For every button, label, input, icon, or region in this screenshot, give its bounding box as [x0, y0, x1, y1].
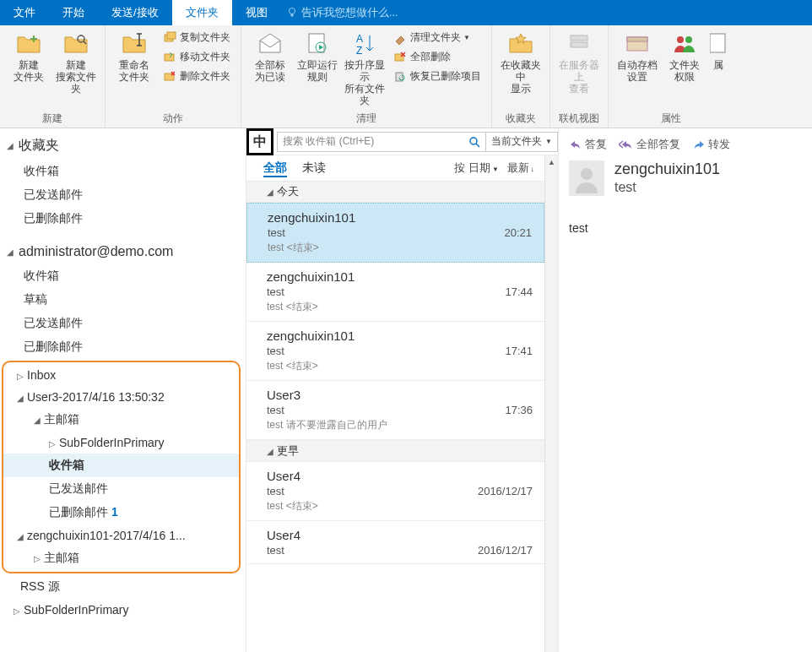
- account-header[interactable]: ◢administrator@demo.com: [0, 239, 246, 264]
- primary-label-2: 主邮箱: [44, 551, 79, 564]
- nav-rss[interactable]: RSS 源: [0, 575, 246, 599]
- message-from: zengchuixin101: [267, 329, 533, 343]
- message-from: User4: [267, 528, 533, 542]
- menu-home[interactable]: 开始: [49, 0, 98, 25]
- fav-deleted[interactable]: 已删除邮件: [0, 207, 246, 231]
- nav-inbox[interactable]: 收件箱: [0, 264, 246, 288]
- message-item[interactable]: User4 test2016/12/17 test <结束>: [246, 462, 544, 521]
- search-input[interactable]: 搜索 收件箱 (Ctrl+E): [277, 132, 486, 152]
- message-item[interactable]: zengchuixin101 test17:41 test <结束>: [246, 322, 544, 381]
- group-earlier[interactable]: ◢更早: [246, 440, 544, 462]
- scope-label: 当前文件夹: [491, 134, 542, 149]
- collapse-icon: ◢: [17, 532, 25, 541]
- nav-deleted[interactable]: 已删除邮件: [0, 335, 246, 359]
- delete-folder-button[interactable]: 删除文件夹: [160, 68, 234, 85]
- group-today[interactable]: ◢今天: [246, 181, 544, 203]
- nav-zeng[interactable]: ◢zengchuixin101-2017/4/16 1...: [3, 524, 239, 546]
- message-preview: test 请不要泄露自己的用户: [267, 418, 533, 432]
- properties-icon: [710, 30, 727, 57]
- reading-from: zengchuixin101: [614, 160, 720, 178]
- mark-read-button[interactable]: 全部标 为已读: [248, 29, 292, 84]
- nav-subfolder-primary[interactable]: ▷SubFolderInPrimary: [3, 432, 239, 454]
- message-preview: test <结束>: [267, 300, 533, 314]
- delete-all-icon: [393, 51, 407, 64]
- sort-by[interactable]: 按 日期: [454, 161, 490, 174]
- forward-button[interactable]: 转发: [692, 137, 730, 152]
- account-label: administrator@demo.com: [19, 244, 173, 259]
- nav-inbox-selected[interactable]: 收件箱: [3, 454, 239, 477]
- ribbon-group-clean: 全部标 为已读 立即运行 规则 AZ 按升序显示 所有文件夹 清理文件夹▼ 全部…: [241, 25, 492, 128]
- group-prop-label: 属性: [615, 110, 727, 126]
- message-item[interactable]: zengchuixin101 test20:21 test <结束>: [246, 203, 544, 263]
- recover-deleted-button[interactable]: 恢复已删除项目: [390, 68, 484, 85]
- deleted-count: 1: [111, 505, 118, 519]
- filter-all[interactable]: 全部: [263, 160, 287, 177]
- message-subject: test: [267, 485, 284, 497]
- message-subject: test: [267, 345, 284, 357]
- nav-deleted-2[interactable]: 已删除邮件 1: [3, 501, 239, 524]
- nav-sent[interactable]: 已发送邮件: [0, 312, 246, 335]
- svg-text:Z: Z: [356, 45, 362, 57]
- message-item[interactable]: zengchuixin101 test17:44 test <结束>: [246, 263, 544, 322]
- nav-inbox-en[interactable]: ▷Inbox: [3, 364, 239, 386]
- search-icon[interactable]: [468, 136, 480, 148]
- nav-primary-mailbox-2[interactable]: ▷主邮箱: [3, 546, 239, 570]
- copy-folder-button[interactable]: 复制文件夹: [160, 29, 234, 46]
- lightbulb-icon: [286, 7, 298, 19]
- envelope-open-icon: [257, 30, 284, 57]
- show-in-favorites-button[interactable]: 在收藏夹中 显示: [499, 29, 543, 96]
- recover-deleted-label: 恢复已删除项目: [410, 69, 481, 84]
- menu-view[interactable]: 视图: [232, 0, 281, 25]
- message-preview: test <结束>: [267, 499, 533, 513]
- folder-permissions-button[interactable]: 文件夹 权限: [663, 29, 706, 84]
- reading-subject: test: [614, 180, 720, 195]
- reply-all-button[interactable]: 全部答复: [619, 137, 680, 152]
- server-view-label: 在服务器上 查看: [559, 59, 599, 95]
- ime-indicator[interactable]: 中: [246, 128, 273, 155]
- collapse-icon: ◢: [7, 141, 15, 150]
- reply-button[interactable]: 答复: [569, 137, 607, 152]
- menu-folder[interactable]: 文件夹: [172, 0, 232, 25]
- reading-body: test: [569, 221, 802, 235]
- search-scope-dropdown[interactable]: 当前文件夹▼: [486, 132, 558, 152]
- new-search-folder-button[interactable]: 新建 搜索文件夹: [54, 29, 98, 96]
- folder-plus-icon: [15, 30, 42, 57]
- scroll-up-icon[interactable]: ▲: [545, 155, 558, 169]
- fav-inbox[interactable]: 收件箱: [0, 160, 246, 183]
- menu-file[interactable]: 文件: [0, 0, 49, 25]
- delete-all-button[interactable]: 全部删除: [390, 48, 484, 66]
- svg-rect-14: [571, 42, 587, 47]
- group-clean-label: 清理: [248, 110, 484, 126]
- nav-sent-2[interactable]: 已发送邮件: [3, 477, 239, 501]
- move-folder-button[interactable]: 移动文件夹: [160, 48, 234, 66]
- autoarchive-button[interactable]: 自动存档 设置: [615, 29, 659, 84]
- tell-me[interactable]: 告诉我您想做什么...: [281, 5, 398, 20]
- message-time: 2016/12/17: [478, 485, 533, 497]
- sort-order[interactable]: 最新: [507, 161, 529, 174]
- scrollbar[interactable]: ▲: [544, 155, 558, 652]
- folder-properties-button[interactable]: 属: [710, 29, 727, 73]
- nav-user3[interactable]: ◢User3-2017/4/16 13:50:32: [3, 386, 239, 408]
- reply-all-icon: [619, 139, 634, 150]
- group-actions-label: 动作: [112, 110, 234, 126]
- new-folder-button[interactable]: 新建 文件夹: [7, 29, 51, 84]
- message-item[interactable]: User3 test17:36 test 请不要泄露自己的用户: [246, 381, 544, 440]
- delete-folder-icon: [163, 70, 176, 84]
- nav-drafts[interactable]: 草稿: [0, 288, 246, 312]
- filter-unread[interactable]: 未读: [302, 160, 326, 174]
- run-rules-button[interactable]: 立即运行 规则: [295, 29, 339, 84]
- fav-sent[interactable]: 已发送邮件: [0, 183, 246, 207]
- favorites-header[interactable]: ◢收藏夹: [0, 132, 246, 160]
- message-item[interactable]: User4 test2016/12/17: [246, 521, 544, 564]
- message-from: User4: [267, 469, 533, 483]
- nav-primary-mailbox[interactable]: ◢主邮箱: [3, 408, 239, 432]
- menu-sendrecv[interactable]: 发送/接收: [98, 0, 172, 25]
- server-icon: [566, 30, 593, 57]
- rename-folder-button[interactable]: 重命名 文件夹: [112, 29, 156, 84]
- reply-all-label: 全部答复: [636, 137, 680, 152]
- clean-folder-button[interactable]: 清理文件夹▼: [390, 29, 484, 46]
- nav-subfolder-primary-2[interactable]: ▷SubFolderInPrimary: [0, 599, 246, 621]
- message-time: 17:41: [505, 345, 533, 357]
- show-all-folders-button[interactable]: AZ 按升序显示 所有文件夹: [343, 29, 387, 108]
- copy-folder-label: 复制文件夹: [180, 30, 230, 45]
